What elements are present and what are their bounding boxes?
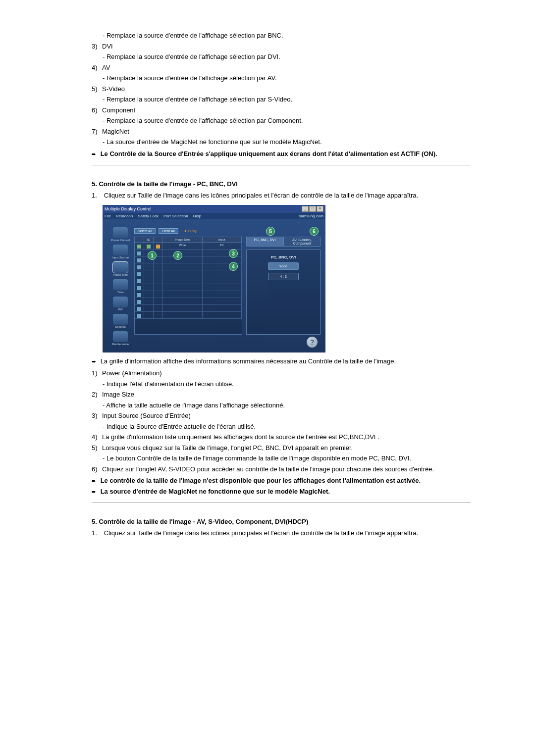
sidebar-maintenance[interactable]: Maintenance: [107, 331, 134, 346]
brand-link[interactable]: samsung.com: [299, 214, 323, 218]
close-icon[interactable]: ×: [317, 206, 323, 212]
bullet-icon: ➨: [92, 477, 99, 485]
sidebar-settings[interactable]: Settings: [107, 314, 134, 328]
section-a-list: Remplace la source d'entrée de l'afficha…: [92, 31, 471, 158]
note-a: ➨ Le Contrôle de la Source d'Entrée s'ap…: [92, 150, 471, 158]
maximize-icon[interactable]: □: [309, 206, 316, 212]
section-b-title: 5. Contrôle de la taille de l'image - PC…: [92, 180, 471, 188]
menu-safety-lock[interactable]: Safety Lock: [138, 214, 159, 218]
note-b1: ➨ Le contrôle de la taille de l'image n'…: [92, 477, 471, 485]
table-row[interactable]: [135, 263, 242, 270]
menu-help[interactable]: Help: [193, 214, 201, 218]
help-icon[interactable]: ?: [307, 337, 318, 348]
callout-4: 4: [229, 262, 238, 271]
bullet-icon: ➨: [92, 488, 99, 496]
menu-bar: File Remocon Safety Lock Port Selection …: [103, 213, 325, 219]
table-row[interactable]: [135, 305, 242, 312]
select-all-button[interactable]: Select All: [134, 228, 156, 234]
divider: [92, 165, 471, 165]
sidebar-pip[interactable]: PIP: [107, 297, 134, 311]
callout-1: 1: [148, 251, 157, 260]
callout-5: 5: [266, 227, 275, 236]
sidebar-time[interactable]: Time: [107, 279, 134, 294]
table-row[interactable]: [135, 270, 242, 277]
menu-file[interactable]: File: [105, 214, 111, 218]
table-row[interactable]: Wide PC: [135, 243, 242, 250]
section-b-grid-note: ➨ La grille d'information affiche des in…: [92, 357, 471, 365]
control-panel: PC, BNC, DVI Wide 4 : 3: [246, 250, 321, 335]
sidebar-image-size[interactable]: Image Size: [107, 262, 134, 276]
tab-av-svideo-component[interactable]: AV, S-Video, Component: [283, 237, 321, 247]
table-row[interactable]: [135, 298, 242, 305]
list-sub: Remplace la source d'entrée de l'afficha…: [92, 31, 471, 41]
table-row[interactable]: [135, 291, 242, 298]
bullet-icon: ➨: [92, 150, 99, 158]
tab-pc-bnc-dvi[interactable]: PC, BNC, DVI: [246, 237, 283, 247]
table-row[interactable]: [135, 284, 242, 291]
table-row[interactable]: [135, 312, 242, 319]
app-screenshot: Multiple Display Control _ □ × File Remo…: [103, 205, 325, 353]
bullet-icon: ➨: [92, 357, 99, 365]
menu-port-selection[interactable]: Port Selection: [163, 214, 188, 218]
table-row[interactable]: [135, 277, 242, 284]
section-c-title: 5. Contrôle de la taille de l'image - AV…: [92, 518, 471, 525]
callout-6: 6: [310, 227, 319, 236]
note-b2: ➨ La source d'entrée de MagicNet ne fonc…: [92, 488, 471, 496]
sidebar: Power Control Input Source Image Size Ti…: [107, 227, 134, 346]
callout-2: 2: [173, 251, 182, 260]
divider: [92, 503, 471, 503]
info-grid: ID Image Size Input Wide: [134, 237, 242, 335]
sidebar-input-source[interactable]: Input Source: [107, 245, 134, 259]
opt-4-3[interactable]: 4 : 3: [268, 273, 299, 280]
sidebar-power-control[interactable]: Power Control: [107, 227, 134, 242]
window-titlebar: Multiple Display Control _ □ ×: [103, 205, 325, 213]
menu-remocon[interactable]: Remocon: [116, 214, 133, 218]
callout-3: 3: [229, 249, 238, 258]
minimize-icon[interactable]: _: [302, 206, 309, 212]
opt-wide[interactable]: Wide: [268, 262, 299, 270]
clear-all-button[interactable]: Clear All: [159, 228, 178, 234]
busy-indicator: ● Busy: [184, 229, 197, 233]
